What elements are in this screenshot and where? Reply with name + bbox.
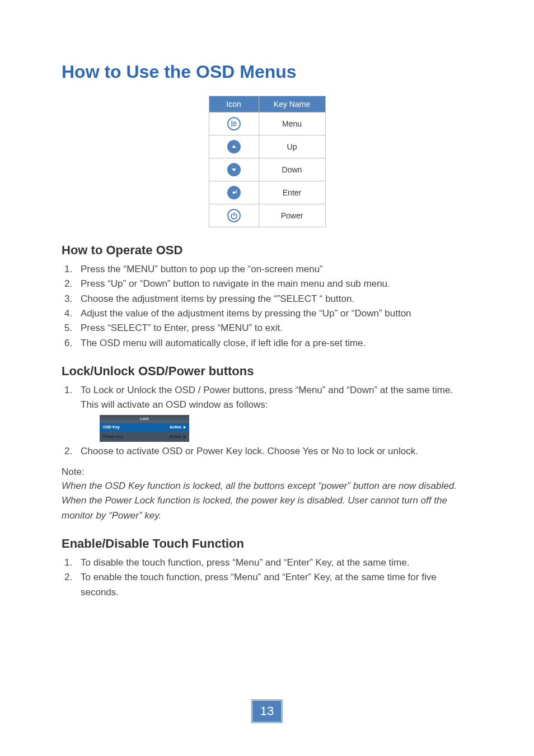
note-body: When the OSD Key function is locked, all… [62, 479, 472, 523]
lock-row-value: Active [170, 435, 181, 438]
list-item: Press the “MENU” button to pop up the “o… [75, 262, 472, 277]
page-number: 13 [252, 700, 282, 722]
list-text: To Lock or Unlock the OSD / Power button… [81, 385, 453, 410]
table-row: Menu [209, 113, 325, 136]
list-item: The OSD menu will automatically close, i… [75, 336, 472, 351]
enter-icon [227, 186, 241, 199]
list-item: Choose to activate OSD or Power Key lock… [75, 444, 472, 459]
note-label: Note: [62, 466, 472, 478]
lock-row-value: Active [170, 425, 181, 429]
power-icon [227, 209, 241, 222]
lock-row-power: Power Key Active [100, 432, 189, 442]
list-item: Adjust the value of the adjustment items… [75, 306, 472, 321]
key-name: Down [259, 158, 325, 181]
chevron-right-icon [184, 435, 186, 438]
list-item: To enable the touch function, press “Men… [75, 570, 472, 600]
up-icon [227, 140, 241, 153]
key-name: Menu [259, 113, 325, 136]
list-item: Press “Up” or “Down” button to navigate … [75, 277, 472, 291]
lock-osd-window: Lock OSD Key Active Power Key Active [100, 415, 189, 442]
key-name: Power [259, 204, 325, 227]
th-keyname: Key Name [259, 96, 325, 113]
menu-icon [227, 117, 241, 130]
down-icon [227, 163, 241, 176]
lock-window-title: Lock [100, 415, 189, 423]
th-icon: Icon [209, 96, 259, 113]
heading-operate: How to Operate OSD [62, 243, 472, 258]
heading-touch: Enable/Disable Touch Function [62, 536, 472, 551]
list-item: To disable the touch function, press “Me… [75, 556, 472, 570]
lock-row-osd: OSD Key Active [100, 423, 189, 432]
table-row: Up [209, 136, 325, 158]
list-item: Press “SELECT” to Enter, press “MENU” to… [75, 321, 472, 335]
table-row: Enter [209, 181, 325, 204]
table-row: Power [209, 204, 325, 227]
operate-steps: Press the “MENU” button to pop up the “o… [62, 262, 472, 351]
page-title: How to Use the OSD Menus [62, 62, 472, 82]
chevron-right-icon [184, 426, 186, 429]
list-item: Choose the adjustment items by pressing … [75, 292, 472, 306]
lock-steps: To Lock or Unlock the OSD / Power button… [62, 383, 472, 459]
lock-row-label: Power Key [103, 434, 123, 440]
touch-steps: To disable the touch function, press “Me… [62, 556, 472, 600]
icon-key-table: Icon Key Name Menu Up [209, 96, 326, 227]
list-item: To Lock or Unlock the OSD / Power button… [75, 383, 472, 441]
lock-row-label: OSD Key [103, 424, 120, 431]
heading-lock: Lock/Unlock OSD/Power buttons [62, 364, 472, 379]
key-name: Up [259, 136, 325, 158]
document-page: How to Use the OSD Menus Icon Key Name M… [0, 0, 534, 756]
table-row: Down [209, 158, 325, 181]
key-name: Enter [259, 181, 325, 204]
